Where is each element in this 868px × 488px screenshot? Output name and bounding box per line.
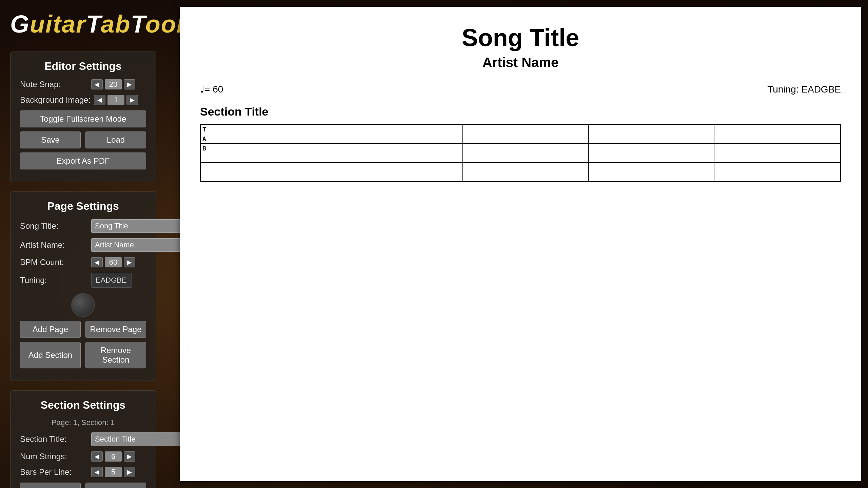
tab-cell[interactable] (337, 163, 463, 172)
num-strings-label: Num Strings: (20, 452, 88, 461)
tab-cell[interactable] (714, 144, 840, 153)
tab-cell[interactable] (337, 172, 463, 182)
editor-settings-title: Editor Settings (20, 60, 146, 73)
tuning-knob[interactable] (71, 293, 95, 317)
tuning-row: Tuning: EADGBE (20, 273, 146, 288)
export-pdf-button[interactable]: Export As PDF (20, 152, 146, 169)
tab-cell[interactable] (211, 153, 337, 163)
app-title-tool-t: T (131, 11, 145, 38)
editor-settings-panel: Editor Settings Note Snap: ◀ 20 ▶ Backgr… (10, 52, 156, 182)
song-title-display: Song Title (200, 24, 841, 52)
tab-cell[interactable] (211, 144, 337, 153)
tab-cell[interactable] (337, 125, 463, 134)
string-row-1: T (201, 125, 840, 134)
load-button[interactable]: Load (85, 131, 146, 148)
tab-cell[interactable] (337, 144, 463, 153)
tab-cell[interactable] (337, 153, 463, 163)
page-settings-panel: Page Settings Song Title: Artist Name: B… (10, 191, 156, 381)
remove-page-button[interactable]: Remove Page (85, 321, 146, 338)
tuning-display: Tuning: EADGBE (767, 84, 841, 95)
tab-cell[interactable] (463, 163, 589, 172)
tab-cell[interactable] (589, 125, 714, 134)
note-snap-stepper: ◀ 20 ▶ (91, 79, 135, 89)
string-row-3: B (201, 144, 840, 153)
main-content: Song Title Artist Name ♩= 60 Tuning: EAD… (173, 0, 868, 488)
num-strings-row: Num Strings: ◀ 6 ▶ (20, 451, 146, 462)
bars-per-line-row: Bars Per Line: ◀ 5 ▶ (20, 467, 146, 477)
sidebar: GuitarTabTool Editor Settings Note Snap:… (0, 0, 166, 488)
num-strings-stepper: ◀ 6 ▶ (91, 451, 135, 462)
add-page-button[interactable]: Add Page (20, 321, 81, 338)
tab-cell[interactable] (589, 153, 714, 163)
app-title-ab: ab (101, 11, 131, 38)
string-row-6 (201, 172, 840, 182)
tab-cell[interactable] (589, 134, 714, 144)
note-snap-row: Note Snap: ◀ 20 ▶ (20, 79, 146, 89)
bars-per-line-decrement[interactable]: ◀ (91, 467, 103, 477)
note-snap-increment[interactable]: ▶ (124, 79, 135, 89)
section-title-display: Section Title (200, 105, 841, 118)
app-title: GuitarTabTool (10, 10, 156, 38)
tab-cell[interactable] (211, 134, 337, 144)
toggle-fullscreen-button[interactable]: Toggle Fullscreen Mode (20, 110, 146, 127)
tab-cell[interactable] (463, 153, 589, 163)
bars-per-line-increment[interactable]: ▶ (124, 467, 135, 477)
save-load-row: Save Load (20, 131, 146, 148)
string-row-5 (201, 163, 840, 172)
section-settings-title: Section Settings (20, 399, 146, 411)
artist-name-label: Artist Name: (20, 240, 88, 250)
meta-row: ♩= 60 Tuning: EADGBE (200, 84, 841, 95)
add-remove-line-row: Add Line Remove Line (20, 483, 146, 488)
note-snap-value: 20 (105, 79, 122, 89)
tab-cell[interactable] (211, 172, 337, 182)
bpm-stepper: ◀ 60 ▶ (91, 257, 135, 267)
tab-cell[interactable] (463, 125, 589, 134)
bpm-increment[interactable]: ▶ (124, 257, 135, 267)
bpm-value: 60 (105, 257, 122, 267)
tuning-label: Tuning: (20, 276, 88, 285)
tab-cell[interactable] (714, 134, 840, 144)
tab-cell[interactable] (714, 172, 840, 182)
background-image-increment[interactable]: ▶ (126, 95, 138, 105)
tab-cell[interactable] (211, 163, 337, 172)
tab-staff[interactable]: T A B (200, 124, 841, 182)
tab-cell[interactable] (337, 134, 463, 144)
num-strings-increment[interactable]: ▶ (124, 451, 135, 462)
song-title-row: Song Title: (20, 219, 146, 233)
tab-cell[interactable] (463, 144, 589, 153)
add-section-button[interactable]: Add Section (20, 342, 81, 368)
tab-cell[interactable] (589, 172, 714, 182)
background-image-stepper: ◀ 1 ▶ (94, 95, 138, 105)
num-strings-decrement[interactable]: ◀ (91, 451, 103, 462)
remove-line-button[interactable]: Remove Line (85, 483, 146, 488)
remove-section-button[interactable]: Remove Section (85, 342, 146, 368)
tab-cell[interactable] (463, 134, 589, 144)
add-line-button[interactable]: Add Line (20, 483, 81, 488)
string-label-A: A (201, 134, 211, 144)
save-button[interactable]: Save (20, 131, 81, 148)
string-label-6 (201, 172, 211, 182)
tab-cell[interactable] (714, 153, 840, 163)
bpm-row: BPM Count: ◀ 60 ▶ (20, 257, 146, 267)
artist-name-display: Artist Name (200, 55, 841, 70)
song-title-label: Song Title: (20, 221, 88, 231)
tuning-knob-area (20, 293, 146, 317)
string-label-5 (201, 163, 211, 172)
tab-cell[interactable] (714, 125, 840, 134)
background-image-label: Background Image: (20, 95, 91, 105)
tab-cell[interactable] (714, 163, 840, 172)
page-canvas[interactable]: Song Title Artist Name ♩= 60 Tuning: EAD… (180, 7, 861, 481)
add-remove-section-row: Add Section Remove Section (20, 342, 146, 368)
note-snap-decrement[interactable]: ◀ (91, 79, 103, 89)
background-image-decrement[interactable]: ◀ (94, 95, 105, 105)
tab-cell[interactable] (589, 163, 714, 172)
tab-cell[interactable] (589, 144, 714, 153)
section-settings-panel: Section Settings Page: 1, Section: 1 Sec… (10, 390, 156, 488)
artist-name-row: Artist Name: (20, 238, 146, 252)
background-image-row: Background Image: ◀ 1 ▶ (20, 95, 146, 105)
string-label-B: B (201, 144, 211, 153)
tab-cell[interactable] (463, 172, 589, 182)
bpm-decrement[interactable]: ◀ (91, 257, 103, 267)
tuning-value: EADGBE (91, 273, 132, 288)
tab-cell[interactable] (211, 125, 337, 134)
